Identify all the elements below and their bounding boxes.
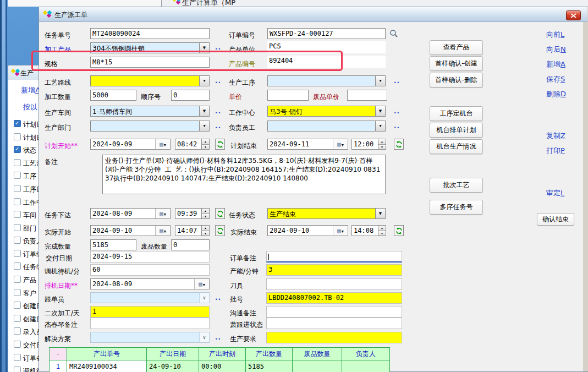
filter-checkbox-row[interactable]: 创建日 (8, 315, 39, 324)
column-header[interactable]: 负责人 (342, 348, 390, 360)
filter-checkbox-row[interactable]: 工艺流 (8, 159, 39, 168)
time-spinner[interactable] (201, 226, 209, 236)
workshop-combo[interactable]: 1-马师傅车间 (90, 106, 210, 117)
nav-link-copy[interactable]: 复制Z (546, 131, 565, 141)
checkbox-icon[interactable] (14, 185, 21, 192)
plan-start-time[interactable]: 08:42 (175, 139, 210, 150)
scrap-price-input[interactable] (347, 90, 387, 101)
filter-checkbox-row[interactable]: 工序 (8, 172, 39, 180)
checkbox-icon[interactable] (14, 341, 21, 348)
column-header[interactable]: 产出数量 (246, 348, 293, 360)
chevron-down-icon[interactable] (199, 121, 209, 131)
time-spinner[interactable] (378, 226, 386, 236)
refresh-button[interactable] (394, 225, 404, 236)
checkbox-icon[interactable] (14, 276, 21, 283)
actual-end-time[interactable]: 14:08 (351, 225, 386, 236)
checkbox-icon[interactable] (14, 224, 21, 231)
search-icon[interactable] (389, 29, 398, 40)
checkbox-icon[interactable] (14, 327, 21, 335)
xiao-follow-status-input[interactable] (266, 318, 402, 329)
sidebar-new-link[interactable]: 新增A (21, 85, 40, 95)
checkbox-icon[interactable] (14, 262, 21, 270)
checkbox-icon[interactable] (14, 315, 21, 322)
work-center-combo[interactable]: 马3号-销钉 (267, 106, 386, 117)
tooling-input[interactable] (266, 278, 402, 290)
capacity-input[interactable]: 3 (266, 264, 402, 276)
filter-checkbox-row[interactable]: 计划日 (8, 120, 39, 129)
comm-remarks-input[interactable] (266, 306, 402, 318)
chevron-down-icon[interactable] (199, 76, 209, 86)
time-spinner[interactable] (378, 139, 386, 149)
time-spinner[interactable] (201, 139, 209, 149)
refresh-button[interactable] (394, 139, 404, 150)
checkbox-icon[interactable] (14, 198, 21, 205)
product-lookup-dots[interactable]: .. (215, 43, 221, 51)
checkbox-icon[interactable] (14, 146, 21, 153)
nav-link-save[interactable]: 保存S (546, 74, 565, 84)
order-remarks-input[interactable] (266, 251, 402, 262)
department-lookup-dots[interactable]: .. (215, 122, 221, 130)
machine-production-button[interactable]: 机台生产情况 (430, 139, 483, 154)
checkbox-icon[interactable] (14, 354, 21, 361)
process-qty-input[interactable]: 5000 (90, 90, 136, 101)
work-center-lookup-dots[interactable]: .. (394, 107, 400, 115)
plan-end-date[interactable]: 2024-09-11 (267, 139, 348, 150)
nav-link-delete[interactable]: 删除D (546, 89, 566, 99)
output-no-cell[interactable]: MR2409100034 (67, 360, 147, 372)
process-machine-button[interactable]: 工序定机台 (430, 106, 483, 121)
task-issued-date[interactable]: 2024-08-09 (90, 208, 171, 219)
filter-checkbox-row[interactable]: 订单编 (8, 250, 39, 259)
column-header[interactable]: 产出时刻 (199, 348, 246, 360)
plan-end-time[interactable]: 12:00 (351, 139, 386, 150)
filter-checkbox-row[interactable]: 订单备 (8, 354, 39, 363)
checkbox-icon[interactable] (14, 289, 21, 296)
actual-start-time[interactable]: 14:07 (175, 225, 210, 236)
process-route-combo[interactable] (90, 75, 210, 86)
chevron-down-icon[interactable] (199, 293, 209, 303)
scrap-qty-cell[interactable] (293, 360, 342, 372)
filter-checkbox-row[interactable]: 工序日 (8, 185, 39, 194)
jcq-remarks-input[interactable] (90, 318, 210, 329)
multi-seq-task-button[interactable]: 多序任务号 (430, 200, 483, 215)
task-status-combo[interactable]: 生产结束 (267, 208, 386, 219)
checkbox-icon[interactable] (14, 366, 21, 372)
filter-checkbox-row[interactable]: 负责人 (8, 237, 39, 245)
nav-link-print[interactable]: 打印P (546, 146, 565, 156)
column-header[interactable]: 产出日期 (147, 348, 199, 360)
solution-combo[interactable] (90, 332, 210, 343)
time-spinner[interactable] (201, 209, 209, 218)
chevron-down-icon[interactable] (375, 121, 385, 131)
production-process-lookup-dots[interactable]: .. (394, 77, 400, 85)
task-no-input[interactable]: MT2408090024 (90, 28, 210, 39)
first-sample-delete-button[interactable]: 首样确认-删除 (430, 73, 483, 87)
dialog-titlebar[interactable]: 生产派工单 (39, 7, 587, 22)
column-header[interactable]: 产出单号 (67, 348, 147, 360)
chevron-down-icon[interactable] (375, 106, 385, 116)
sidebar-filter-link[interactable]: 按以 (23, 102, 37, 112)
filter-checkbox-row[interactable]: 创建日 (8, 302, 39, 310)
output-date-cell[interactable]: 24-09-10 (147, 360, 199, 372)
filter-checkbox-row[interactable]: 录入员 (8, 327, 39, 336)
nav-link-next[interactable]: 向后N (546, 45, 566, 54)
completed-qty-input[interactable]: 5185 (90, 239, 136, 250)
machine-schedule-button[interactable]: 机台排单计划 (430, 123, 483, 138)
filter-checkbox-row[interactable]: 状态 (8, 146, 39, 155)
batch-no-input[interactable]: LBDD240807002.TB-02 (266, 292, 402, 304)
order-no-input[interactable]: WXSFPD-24-000127 (267, 28, 386, 39)
checkbox-icon[interactable] (14, 302, 21, 309)
filter-checkbox-row[interactable]: 产品 (8, 276, 39, 285)
scrap-qty-input[interactable]: 0 (171, 239, 210, 250)
refresh-button[interactable] (215, 225, 225, 236)
department-combo[interactable] (90, 121, 210, 132)
sequence-no-input[interactable]: 0 (171, 90, 210, 101)
checkbox-icon[interactable] (14, 172, 21, 179)
table-row[interactable]: 1 MR2409100034 24-09-10 00:00 5185 (50, 360, 390, 372)
staff-combo[interactable] (267, 121, 386, 132)
filter-checkbox-row[interactable]: 客户 (8, 289, 39, 298)
close-button[interactable] (566, 10, 581, 20)
filter-checkbox-row[interactable]: 调机待 (8, 366, 39, 372)
order-follower-lookup-dots[interactable]: .. (215, 294, 221, 302)
schedule-date-picker[interactable]: 2024-08-09 (90, 278, 210, 289)
filter-checkbox-row[interactable]: 计划日 (8, 133, 39, 142)
column-header[interactable]: 废品数量 (293, 348, 342, 360)
